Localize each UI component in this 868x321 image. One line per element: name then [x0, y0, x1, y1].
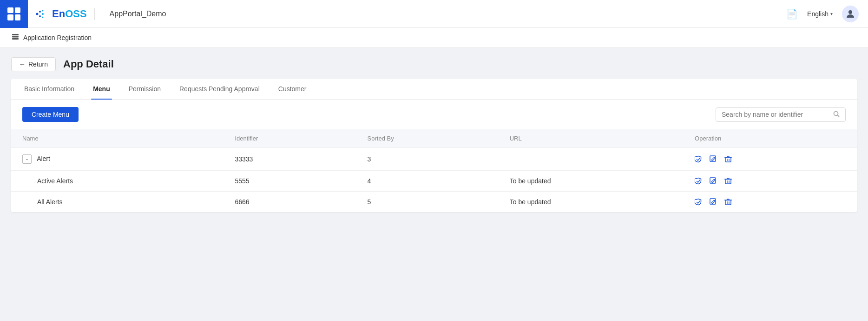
- os-logo-text: OS: [65, 8, 80, 20]
- shield-icon[interactable]: [695, 155, 702, 163]
- table-header: Name Identifier Sorted By URL Operation: [11, 129, 857, 148]
- breadcrumb-label: Application Registration: [23, 34, 92, 41]
- create-menu-button[interactable]: Create Menu: [22, 107, 79, 122]
- cell-operation: [684, 171, 857, 192]
- cell-operation: [684, 148, 857, 171]
- svg-rect-23: [725, 179, 731, 184]
- svg-line-11: [838, 115, 840, 117]
- table-body: - Alert 33333 3: [11, 148, 857, 213]
- app-header: EnOSS AppPortal_Demo 📄 English ▾: [0, 0, 868, 28]
- col-identifier: Identifier: [224, 129, 356, 148]
- cell-operation: [684, 192, 857, 213]
- brand-logo: EnOSS: [35, 8, 95, 20]
- svg-point-5: [42, 16, 44, 18]
- tab-permission[interactable]: Permission: [127, 79, 163, 99]
- operations-cell: [695, 198, 846, 206]
- cell-name: - Alert: [11, 148, 224, 171]
- os-suffix: S: [80, 8, 87, 20]
- cell-url: [499, 148, 684, 171]
- svg-point-10: [834, 111, 838, 115]
- operations-cell: [695, 155, 846, 163]
- table-toolbar: Create Menu: [11, 100, 857, 129]
- app-name-label: AppPortal_Demo: [110, 10, 166, 18]
- svg-point-4: [42, 13, 44, 15]
- expand-button[interactable]: -: [22, 154, 32, 164]
- tab-bar: Basic Information Menu Permission Reques…: [11, 79, 857, 100]
- cell-url: To be updated: [499, 192, 684, 213]
- header-right: 📄 English ▾: [786, 6, 859, 22]
- cell-sorted-by: 5: [356, 192, 499, 213]
- svg-rect-8: [12, 36, 19, 38]
- delete-icon[interactable]: [724, 198, 732, 206]
- edit-icon[interactable]: [710, 198, 717, 206]
- cell-identifier: 5555: [224, 171, 356, 192]
- language-label: English: [807, 10, 829, 18]
- en-logo-text: En: [52, 8, 65, 20]
- svg-point-3: [42, 10, 44, 11]
- user-icon: [845, 8, 856, 20]
- operations-cell: [695, 177, 846, 185]
- delete-icon[interactable]: [724, 177, 732, 185]
- return-label: Return: [28, 60, 48, 68]
- cell-url: To be updated: [499, 171, 684, 192]
- delete-icon[interactable]: [724, 155, 732, 163]
- svg-rect-7: [12, 34, 19, 35]
- tab-menu[interactable]: Menu: [91, 79, 112, 99]
- svg-point-6: [848, 10, 852, 14]
- return-button[interactable]: ← Return: [11, 57, 56, 71]
- svg-point-0: [36, 13, 39, 15]
- left-arrow-icon: ←: [19, 60, 26, 68]
- svg-point-2: [39, 15, 41, 17]
- cell-identifier: 6666: [224, 192, 356, 213]
- col-operation: Operation: [684, 129, 857, 148]
- detail-card: Basic Information Menu Permission Reques…: [11, 79, 857, 212]
- shield-icon[interactable]: [695, 198, 702, 206]
- search-input[interactable]: [722, 111, 829, 118]
- edit-icon[interactable]: [710, 155, 717, 163]
- table-row: Active Alerts 5555 4 To be updated: [11, 171, 857, 192]
- tab-customer[interactable]: Customer: [276, 79, 309, 99]
- cell-sorted-by: 4: [356, 171, 499, 192]
- user-avatar[interactable]: [842, 6, 859, 22]
- chevron-down-icon: ▾: [830, 11, 833, 16]
- col-sorted-by: Sorted By: [356, 129, 499, 148]
- data-table: Name Identifier Sorted By URL Operation …: [11, 129, 857, 212]
- page-area: ← Return App Detail Basic Information Me…: [0, 48, 868, 221]
- tab-requests-pending-approval[interactable]: Requests Pending Approval: [178, 79, 262, 99]
- menu-table: Name Identifier Sorted By URL Operation …: [11, 129, 857, 212]
- search-icon: [833, 111, 840, 119]
- shield-icon[interactable]: [695, 177, 702, 185]
- cell-name: Active Alerts: [11, 171, 224, 192]
- table-row: All Alerts 6666 5 To be updated: [11, 192, 857, 213]
- table-row: - Alert 33333 3: [11, 148, 857, 171]
- svg-point-1: [39, 11, 41, 13]
- cell-sorted-by: 3: [356, 148, 499, 171]
- grid-icon: [7, 7, 20, 20]
- header-left: EnOSS AppPortal_Demo: [9, 0, 786, 28]
- col-url: URL: [499, 129, 684, 148]
- layers-icon: [11, 33, 20, 41]
- svg-rect-32: [725, 200, 731, 205]
- col-name: Name: [11, 129, 224, 148]
- app-logo-box: [0, 0, 28, 28]
- language-selector[interactable]: English ▾: [807, 10, 833, 18]
- svg-rect-14: [725, 157, 731, 162]
- tab-basic-information[interactable]: Basic Information: [22, 79, 76, 99]
- page-title: App Detail: [63, 58, 114, 70]
- svg-rect-9: [12, 38, 19, 40]
- edit-icon[interactable]: [710, 177, 717, 185]
- cell-identifier: 33333: [224, 148, 356, 171]
- cell-name: All Alerts: [11, 192, 224, 213]
- page-header: ← Return App Detail: [11, 57, 857, 71]
- document-icon[interactable]: 📄: [786, 8, 798, 20]
- breadcrumb: Application Registration: [0, 28, 868, 48]
- breadcrumb-icon: [11, 33, 20, 43]
- search-box: [716, 107, 846, 122]
- enos-dots-icon: [35, 9, 52, 19]
